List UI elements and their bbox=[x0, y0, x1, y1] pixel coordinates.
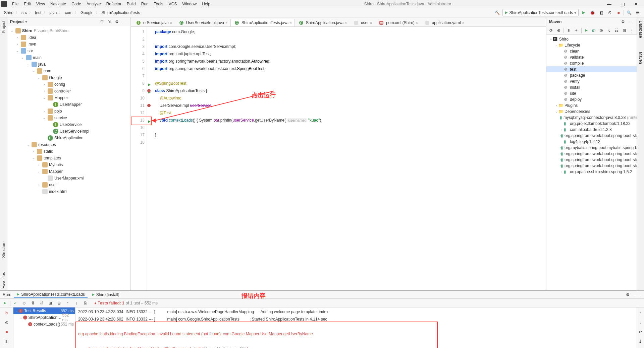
collapse-icon[interactable]: ⊟ bbox=[621, 27, 628, 34]
stop-button[interactable]: ■ bbox=[615, 9, 622, 16]
stop-run-icon[interactable]: ■ bbox=[3, 328, 10, 336]
debug-button[interactable]: 🐞 bbox=[589, 9, 596, 16]
maven-tool-tab[interactable]: Maven bbox=[638, 50, 644, 66]
breadcrumb-shiroapplicationtests[interactable]: ShiroApplicationTests bbox=[100, 10, 142, 16]
tree-node-user[interactable]: ›user bbox=[7, 182, 130, 188]
menu-window[interactable]: Window bbox=[179, 1, 199, 7]
console-output[interactable]: 2022-03-19 23:42:28.034 INFO 13332 --- [… bbox=[75, 307, 636, 348]
maven-node-verify[interactable]: ⚙verify bbox=[546, 78, 637, 84]
editor-tab-erservice-java[interactable]: IerService.java× bbox=[132, 19, 175, 26]
favorites-tool-tab[interactable]: Favorites bbox=[1, 270, 7, 290]
editor-tab-user[interactable]: user× bbox=[350, 19, 375, 26]
execute-goal-icon[interactable]: m bbox=[590, 27, 597, 34]
stack-link[interactable]: MapperMethod.java:235 bbox=[204, 346, 247, 348]
run-config-selector[interactable]: ShiroApplicationTests.contextLoads ▾ bbox=[502, 9, 579, 16]
maven-node-com-alibaba[interactable]: ›▮com.alibaba:druid:1.2.8 bbox=[546, 127, 637, 133]
maven-node-package[interactable]: ⚙package bbox=[546, 72, 637, 78]
toggle-auto-icon[interactable]: ⊙ bbox=[3, 319, 10, 326]
maven-node-plugins[interactable]: ›📁Plugins bbox=[546, 102, 637, 109]
reload-icon[interactable]: ⟳ bbox=[548, 27, 555, 34]
maven-hide-icon[interactable]: — bbox=[627, 18, 634, 25]
project-tree[interactable]: ⌄ShiroE:\springBoot\Shiro›.idea›.mvn⌄src… bbox=[7, 26, 130, 290]
rerun-failed-icon[interactable]: ↻ bbox=[3, 309, 10, 317]
test-node-shiroapplicationtests[interactable]: ⌄!ShiroApplicationTests552 ms bbox=[13, 314, 75, 321]
maven-node-deploy[interactable]: ⚙deploy bbox=[546, 96, 637, 102]
sort-alpha-icon[interactable]: ⇵ bbox=[38, 299, 45, 307]
menu-navigate[interactable]: Navigate bbox=[48, 1, 69, 7]
maven-node-dependencies[interactable]: ⌄📁Dependencies bbox=[546, 109, 637, 115]
breadcrumb-java[interactable]: java bbox=[48, 10, 58, 16]
maven-node-org-projectlombok[interactable]: ▮org.projectlombok:lombok:1.18.22 bbox=[546, 121, 637, 127]
expand-icon[interactable]: ⊞ bbox=[47, 299, 54, 307]
coverage-button[interactable]: ◧ bbox=[597, 9, 605, 16]
breadcrumb-google[interactable]: Google bbox=[79, 10, 95, 16]
run-tab-shiro-install-[interactable]: Shiro [install] bbox=[89, 291, 122, 298]
show-deps-icon[interactable]: ☷ bbox=[613, 27, 620, 34]
tree-node-mybatis[interactable]: ›Mybatis bbox=[7, 161, 130, 168]
show-ignored-icon[interactable]: ⊘ bbox=[20, 299, 28, 307]
maven-node-lifecycle[interactable]: ⌄📁Lifecycle bbox=[546, 42, 637, 48]
editor-tab-shiroapplication-java[interactable]: CShiroApplication.java× bbox=[295, 19, 350, 26]
prev-fail-icon[interactable]: ↑ bbox=[64, 299, 71, 307]
maven-node-mysql[interactable]: ▮mysql:mysql-connector-java:8.0.28(runti… bbox=[546, 115, 637, 121]
menu-code[interactable]: Code bbox=[69, 1, 84, 7]
tree-node-main[interactable]: ⌄main bbox=[7, 54, 130, 61]
maven-node-org-springframework-boot[interactable]: ›▮org.springframework.boot:spring-boot-s… bbox=[546, 157, 637, 163]
code-content[interactable]: package com.Google; import com.Google.se… bbox=[147, 27, 546, 290]
profile-button[interactable]: ⏱ bbox=[606, 9, 613, 16]
tree-node-pojo[interactable]: ›pojo bbox=[7, 108, 130, 115]
editor-gutter[interactable]: 12345678▶9▶10111213▶161718 bbox=[131, 27, 147, 290]
menu-analyze[interactable]: Analyze bbox=[84, 1, 104, 7]
run-hide-icon[interactable]: — bbox=[634, 291, 641, 298]
menu-view[interactable]: View bbox=[34, 1, 48, 7]
maven-node-org-springframework-boot[interactable]: ›▮org.springframework.boot:spring-boot-s… bbox=[546, 151, 637, 157]
layout-icon[interactable]: ◫ bbox=[3, 338, 10, 345]
maven-node-log4j[interactable]: ▮log4j:log4j:1.2.12 bbox=[546, 139, 637, 145]
soft-wrap-icon[interactable]: ↩ bbox=[637, 328, 644, 336]
close-tab-icon[interactable]: × bbox=[370, 21, 372, 25]
next-fail-icon[interactable]: ↓ bbox=[73, 299, 80, 307]
menu-file[interactable]: File bbox=[9, 1, 21, 7]
structure-tool-tab[interactable]: Structure bbox=[1, 239, 7, 260]
test-tree[interactable]: ⌄!Test Results552 ms⌄!ShiroApplicationTe… bbox=[13, 307, 75, 348]
maven-tree[interactable]: ⌄🅼Shiro⌄📁Lifecycle⚙clean⚙validate⚙compil… bbox=[546, 35, 637, 290]
tree-node-src[interactable]: ⌄src bbox=[7, 48, 130, 54]
breadcrumb-shiro[interactable]: Shiro bbox=[3, 10, 15, 16]
maven-node-org-springframework-boot[interactable]: ›▮org.springframework.boot:spring-boot-s… bbox=[546, 163, 637, 169]
editor-tab-shiroapplicationtests-java[interactable]: CShiroApplicationTests.java× bbox=[230, 19, 295, 26]
menu-help[interactable]: Help bbox=[199, 1, 213, 7]
editor-tab-application-yaml[interactable]: application.yaml× bbox=[421, 19, 467, 26]
maven-settings-icon[interactable]: ⚙ bbox=[619, 18, 627, 25]
tree-node-usermapper.xml[interactable]: UserMapper.xml bbox=[7, 175, 130, 182]
sort-icon[interactable]: ⇅ bbox=[29, 299, 37, 307]
more-icon[interactable]: ⋮ bbox=[628, 27, 635, 34]
skip-tests-icon[interactable]: ⤹ bbox=[605, 27, 612, 34]
editor-tab-pom-xml-shiro-[interactable]: mpom.xml (Shiro)× bbox=[375, 19, 421, 26]
run-settings-icon[interactable]: ⚙ bbox=[624, 291, 631, 298]
maven-node-org-apache-shiro[interactable]: ›▮org.apache.shiro:shiro-spring:1.5.2 bbox=[546, 169, 637, 175]
tree-node-resources[interactable]: ⌄resources bbox=[7, 141, 130, 148]
maven-node-site[interactable]: ⚙site bbox=[546, 90, 637, 96]
search-everywhere-button[interactable]: 🔍 bbox=[625, 9, 633, 16]
editor-body[interactable]: 12345678▶9▶10111213▶161718 package com.G… bbox=[131, 27, 546, 290]
add-icon[interactable]: ＋ bbox=[573, 27, 580, 34]
close-tab-icon[interactable]: × bbox=[345, 21, 347, 25]
expand-all-icon[interactable]: ⇲ bbox=[106, 18, 113, 25]
toggle-offline-icon[interactable]: ⊘ bbox=[598, 27, 605, 34]
show-passed-icon[interactable]: ✓ bbox=[12, 299, 19, 307]
tree-node-shiro[interactable]: ⌄ShiroE:\springBoot\Shiro bbox=[7, 27, 130, 34]
close-button[interactable]: ✕ bbox=[629, 1, 643, 7]
maven-node-shiro[interactable]: ⌄🅼Shiro bbox=[546, 36, 637, 42]
maven-node-org-springframework-boot[interactable]: ›▮org.springframework.boot:spring-boot-s… bbox=[546, 133, 637, 139]
breadcrumb-src[interactable]: src bbox=[20, 10, 28, 16]
maven-node-validate[interactable]: ⚙validate bbox=[546, 54, 637, 60]
test-node-contextloads-[interactable]: !contextLoads()552 ms bbox=[13, 321, 75, 328]
run-button[interactable] bbox=[580, 9, 587, 16]
scroll-end-icon[interactable]: ⤓ bbox=[637, 338, 644, 345]
maven-node-clean[interactable]: ⚙clean bbox=[546, 48, 637, 54]
scroll-down-icon[interactable]: ↓ bbox=[637, 319, 644, 326]
tree-node-.idea[interactable]: ›.idea bbox=[7, 34, 130, 41]
close-tab-icon[interactable]: × bbox=[290, 21, 292, 25]
tree-node-index.html[interactable]: index.html bbox=[7, 188, 130, 195]
close-tab-icon[interactable]: × bbox=[170, 21, 172, 25]
